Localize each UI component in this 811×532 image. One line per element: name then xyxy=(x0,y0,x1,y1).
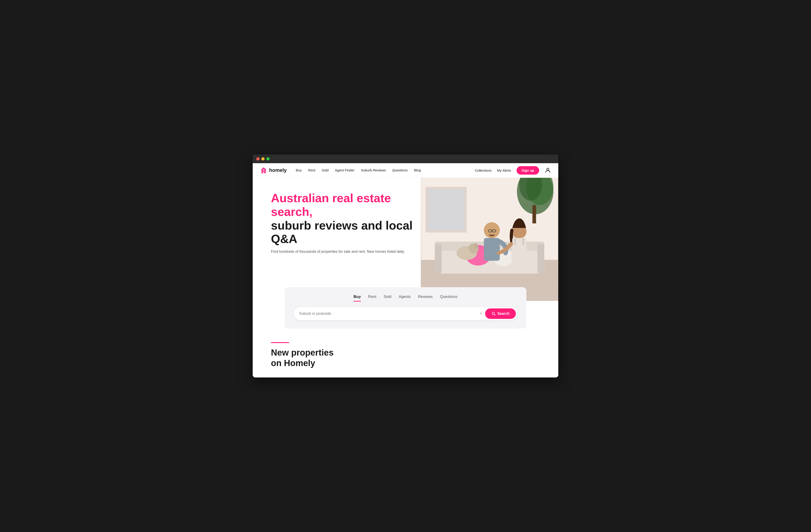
logo-text: homely xyxy=(269,167,287,173)
nav-links: Buy Rent Sold Agent Finder Suburb Review… xyxy=(296,168,475,172)
browser-dot-green[interactable] xyxy=(266,157,270,160)
browser-window: homely Buy Rent Sold Agent Finder Suburb… xyxy=(253,155,558,377)
navbar: homely Buy Rent Sold Agent Finder Suburb… xyxy=(253,163,558,178)
search-tabs: Buy Rent Sold Agents Reviews Questions xyxy=(294,295,517,301)
search-tab-questions[interactable]: Questions xyxy=(440,295,458,301)
svg-rect-13 xyxy=(538,244,545,273)
nav-right: Collections My Alerts Sign up xyxy=(475,166,551,175)
svg-line-28 xyxy=(494,315,495,315)
nav-item-agent-finder[interactable]: Agent Finder xyxy=(335,168,355,172)
hero-image xyxy=(421,178,558,301)
search-bar: × Search xyxy=(294,307,517,320)
svg-rect-25 xyxy=(514,238,516,245)
section-divider xyxy=(271,342,289,343)
svg-rect-23 xyxy=(484,238,500,261)
svg-rect-9 xyxy=(533,205,536,223)
logo-icon xyxy=(260,167,267,174)
svg-rect-26 xyxy=(522,238,524,245)
page-content: homely Buy Rent Sold Agent Finder Suburb… xyxy=(253,163,558,377)
browser-dot-red[interactable] xyxy=(256,157,260,160)
hero-content: Australian real estate search, suburb re… xyxy=(253,178,421,301)
search-input[interactable] xyxy=(299,312,477,316)
logo[interactable]: homely xyxy=(260,167,287,174)
search-tab-agents[interactable]: Agents xyxy=(399,295,411,301)
svg-point-0 xyxy=(547,168,549,170)
collections-link[interactable]: Collections xyxy=(475,169,491,172)
search-button[interactable]: Search xyxy=(485,308,516,319)
nav-link-suburb-reviews[interactable]: Suburb Reviews xyxy=(361,168,386,172)
user-icon[interactable] xyxy=(545,167,551,173)
signup-button[interactable]: Sign up xyxy=(517,166,539,175)
hero-title-black: suburb reviews and local Q&A xyxy=(271,219,421,246)
my-alerts-link[interactable]: My Alerts xyxy=(497,169,511,172)
nav-item-blog[interactable]: Blog xyxy=(414,168,421,172)
nav-item-buy[interactable]: Buy xyxy=(296,168,302,172)
nav-item-suburb-reviews[interactable]: Suburb Reviews xyxy=(361,168,386,172)
nav-link-rent[interactable]: Rent xyxy=(308,168,316,172)
svg-point-27 xyxy=(492,312,495,315)
svg-point-18 xyxy=(474,243,478,248)
bottom-section: New properties on Homely xyxy=(253,328,558,377)
hero-subtitle: Find hundreds of thousands of properties… xyxy=(271,250,421,254)
search-icon xyxy=(491,312,495,316)
search-tab-buy[interactable]: Buy xyxy=(353,295,361,301)
nav-item-rent[interactable]: Rent xyxy=(308,168,316,172)
hero-illustration xyxy=(421,178,558,301)
search-tab-rent[interactable]: Rent xyxy=(368,295,376,301)
section-title-line2: on Homely xyxy=(271,358,540,369)
section-title: New properties on Homely xyxy=(271,348,540,368)
nav-link-questions[interactable]: Questions xyxy=(392,168,408,172)
svg-rect-5 xyxy=(428,189,464,230)
hero-image-placeholder xyxy=(421,178,558,301)
svg-rect-12 xyxy=(435,244,442,273)
nav-link-agent-finder[interactable]: Agent Finder xyxy=(335,168,355,172)
hero-title-pink: Australian real estate search, xyxy=(271,191,421,219)
nav-item-sold[interactable]: Sold xyxy=(322,168,328,172)
search-section: Buy Rent Sold Agents Reviews Questions × xyxy=(285,287,526,328)
nav-link-buy[interactable]: Buy xyxy=(296,168,302,172)
nav-link-blog[interactable]: Blog xyxy=(414,168,421,172)
hero-section: Australian real estate search, suburb re… xyxy=(253,178,558,301)
search-button-label: Search xyxy=(498,312,509,316)
search-tab-sold[interactable]: Sold xyxy=(384,295,392,301)
nav-link-sold[interactable]: Sold xyxy=(322,168,328,172)
search-clear-button[interactable]: × xyxy=(477,311,485,316)
nav-item-questions[interactable]: Questions xyxy=(392,168,408,172)
search-tab-reviews[interactable]: Reviews xyxy=(418,295,433,301)
browser-chrome xyxy=(253,155,558,163)
section-title-line1: New properties xyxy=(271,348,540,358)
browser-dot-yellow[interactable] xyxy=(261,157,264,160)
